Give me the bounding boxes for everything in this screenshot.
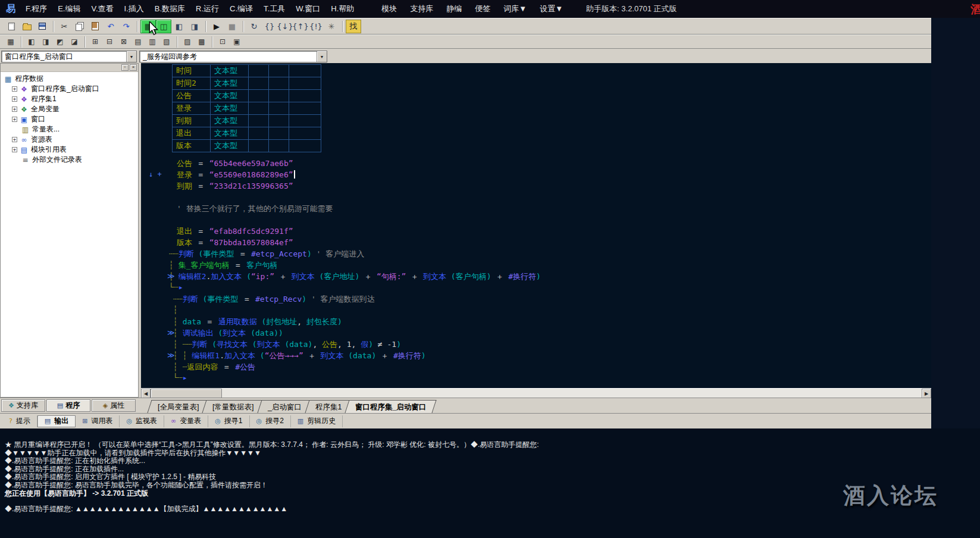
method-selector[interactable]: _服务端回调参考 ▼ xyxy=(139,51,327,62)
code-line[interactable]: 公告 ＝ “65b4ee6e59a7ae6b” xyxy=(141,158,931,170)
paste-button[interactable] xyxy=(87,20,103,33)
cut-button[interactable]: ✂ xyxy=(57,20,72,33)
output-tab[interactable]: ◎ 搜寻2 xyxy=(250,415,291,427)
var-table-row[interactable]: 时间2 文本型 xyxy=(173,77,321,90)
menu-item[interactable]: B.数据库 xyxy=(149,4,190,14)
code-line[interactable] xyxy=(141,192,931,204)
horizontal-scrollbar[interactable]: ◀ ▶ xyxy=(141,388,931,398)
tree-item[interactable]: + ❖ 窗口程序集_启动窗口 xyxy=(2,84,137,94)
expand-icon[interactable]: + xyxy=(12,147,17,152)
output-tab[interactable]: ∞ 变量表 xyxy=(164,415,208,427)
output-tab[interactable]: ▤ 输出 xyxy=(37,415,76,427)
breakpoint-button[interactable]: {!} xyxy=(308,20,324,33)
gutter-marker-icon[interactable]: ≫ xyxy=(167,351,175,359)
document-tab[interactable]: [常量数据表] xyxy=(202,400,265,413)
plugin-menu-item[interactable]: 支持库 xyxy=(403,4,440,14)
gutter-marker-icon[interactable]: ≫ xyxy=(167,272,175,280)
var-name-cell[interactable]: 登录 xyxy=(173,102,211,115)
same-height-button[interactable]: ⊟ xyxy=(102,36,117,48)
code-line[interactable]: ┆ xyxy=(141,305,931,317)
menu-item[interactable]: W.窗口 xyxy=(290,4,325,14)
chevron-down-icon[interactable]: ▼ xyxy=(317,51,327,62)
app-logo-icon[interactable]: 易 xyxy=(4,3,18,15)
chevron-down-icon[interactable]: ▼ xyxy=(126,51,136,62)
find-button[interactable]: 找 xyxy=(346,20,361,33)
same-width-button[interactable]: ⊞ xyxy=(88,36,102,48)
code-area[interactable]: 公告 ＝ “65b4ee6e59a7ae6b”↓ +登录 ＝ “e5569e01… xyxy=(141,158,931,384)
expand-icon[interactable]: + xyxy=(12,86,17,92)
document-tab[interactable]: _启动窗口 xyxy=(257,400,312,413)
plugin-menu-item[interactable]: 设置▼ xyxy=(533,4,569,14)
output-tab[interactable]: ? 提示 xyxy=(2,415,37,427)
expand-icon[interactable]: + xyxy=(12,137,17,142)
document-tab[interactable]: [全局变量表] xyxy=(147,400,209,413)
menu-item[interactable]: T.工具 xyxy=(258,4,290,14)
output-tab[interactable]: ◎ 监视表 xyxy=(120,415,164,427)
pause-hand-button[interactable]: ✳ xyxy=(324,20,339,33)
expand-icon[interactable]: + xyxy=(12,117,17,122)
menu-item[interactable]: H.帮助 xyxy=(325,4,359,14)
open-file-button[interactable] xyxy=(19,20,35,33)
panel-tab-item[interactable]: ❖ 支持库 xyxy=(1,399,45,412)
var-name-cell[interactable]: 时间2 xyxy=(173,77,211,90)
view-form-button[interactable]: ◫ xyxy=(156,20,171,33)
var-table-row[interactable]: 版本 文本型 xyxy=(173,140,321,152)
same-size-button[interactable]: ⊠ xyxy=(117,36,131,48)
expand-icon[interactable]: + xyxy=(12,107,17,112)
var-type-cell[interactable]: 文本型 xyxy=(211,140,249,152)
plugin-menu-item[interactable]: 便签 xyxy=(468,4,497,14)
code-line[interactable]: ↓ +登录 ＝ “e5569e01868289e6” xyxy=(141,170,931,181)
menu-item[interactable]: F.程序 xyxy=(20,4,52,14)
menu-item[interactable]: E.编辑 xyxy=(52,4,86,14)
align-left-button[interactable]: ◧ xyxy=(24,36,39,48)
tree-root[interactable]: ▦ 程序数据 xyxy=(2,74,137,84)
code-line[interactable]: ┆ ┄┄判断 (寻找文本 (到文本 (data), 公告, 1, 假) ≠ -1… xyxy=(141,339,931,351)
code-line[interactable] xyxy=(141,215,931,226)
code-line[interactable]: ≫┆ 调试输出 (到文本 (data)) xyxy=(141,328,931,339)
code-line[interactable]: ┆ data ＝ 通用取数据 (封包地址, 封包长度) xyxy=(141,317,931,328)
gutter-marker-icon[interactable]: ↓ + xyxy=(149,170,162,179)
view-code-button[interactable]: ▦ xyxy=(140,20,156,33)
code-line[interactable]: 退出 ＝ “efab8dfc5dc9291f” xyxy=(141,226,931,237)
module-selector[interactable]: 窗口程序集_启动窗口 ▼ xyxy=(1,51,137,62)
output-tab[interactable]: ▥ 剪辑历史 xyxy=(291,415,343,427)
var-name-cell[interactable]: 时间 xyxy=(173,65,211,77)
menu-item[interactable]: I.插入 xyxy=(119,4,149,14)
lock-controls-button[interactable]: ▣ xyxy=(230,36,244,48)
stop-button[interactable]: ■ xyxy=(224,20,240,33)
split-vertical-button[interactable]: ◨ xyxy=(187,20,202,33)
var-type-cell[interactable]: 文本型 xyxy=(211,115,249,127)
plugin-menu-item[interactable]: 词库▼ xyxy=(497,4,533,14)
output-tab[interactable]: ⊞ 调用表 xyxy=(76,415,120,427)
run-button[interactable]: ▶ xyxy=(209,20,224,33)
tree-item[interactable]: + ∞ 资源表 xyxy=(2,134,137,145)
var-type-cell[interactable]: 文本型 xyxy=(211,102,249,115)
var-table-row[interactable]: 退出 文本型 xyxy=(173,127,321,140)
menu-item[interactable]: C.编译 xyxy=(224,4,258,14)
document-tab[interactable]: 窗口程序集_启动窗口 xyxy=(345,400,437,413)
code-line[interactable]: 到期 ＝ “233d21c135996365” xyxy=(141,181,931,192)
output-tab[interactable]: ◎ 搜寻1 xyxy=(208,415,249,427)
code-line[interactable]: └┄▸ xyxy=(141,283,931,294)
code-line[interactable]: 版本 ＝ “87bbda10578084ef” xyxy=(141,237,931,249)
code-line[interactable]: ≫┆ ┆ 编辑框1.加入文本 (“公告→→→” ＋ 到文本 (data) ＋ #… xyxy=(141,351,931,362)
code-line[interactable]: ┄┄判断 (事件类型 ＝ #etcp_Accept) ' 客户端进入 xyxy=(141,249,931,260)
var-table-row[interactable]: 公告 文本型 xyxy=(173,90,321,102)
center-horizontal-button[interactable]: ▤ xyxy=(131,36,145,48)
copy-button[interactable] xyxy=(72,20,87,33)
var-table-row[interactable]: 登录 文本型 xyxy=(173,102,321,115)
align-grid-button[interactable]: ▦ xyxy=(4,36,18,48)
new-file-button[interactable] xyxy=(4,20,19,33)
panel-tab-active[interactable]: ▤ 程序 xyxy=(46,399,90,412)
tree-item[interactable]: + ❖ 程序集1 xyxy=(2,94,137,104)
local-variable-table[interactable]: 时间 文本型 时间2 文本型 公告 文本型 登录 文本型 到期 文本型 退出 文… xyxy=(172,64,321,152)
expand-icon[interactable]: + xyxy=(12,96,17,102)
var-type-cell[interactable]: 文本型 xyxy=(211,65,249,77)
plugin-menu-item[interactable]: 模块 xyxy=(375,4,403,14)
step-block-button[interactable]: {} xyxy=(262,20,277,33)
var-type-cell[interactable]: 文本型 xyxy=(211,77,249,90)
align-right-button[interactable]: ◨ xyxy=(39,36,53,48)
send-back-button[interactable]: ⊡ xyxy=(215,36,230,48)
close-icon[interactable]: × xyxy=(130,64,137,71)
code-editor[interactable]: 时间 文本型 时间2 文本型 公告 文本型 登录 文本型 到期 文本型 退出 文… xyxy=(141,63,931,388)
